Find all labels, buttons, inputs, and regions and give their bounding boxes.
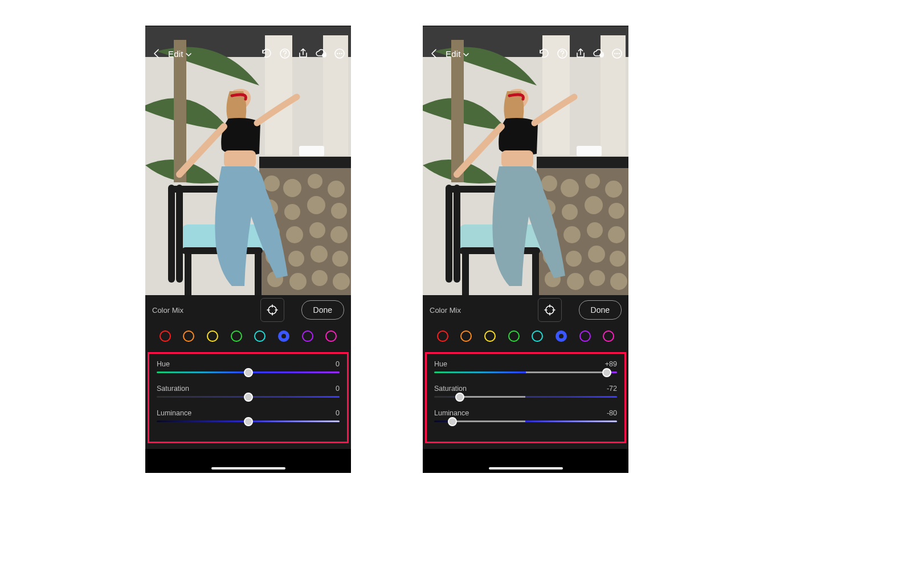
luminance-knob[interactable] [244, 417, 253, 426]
swatch-magenta[interactable] [325, 330, 337, 342]
swatch-aqua[interactable] [532, 330, 543, 342]
svg-point-11 [328, 181, 345, 198]
hue-knob[interactable] [244, 368, 253, 377]
more-icon[interactable] [333, 47, 346, 60]
saturation-knob[interactable] [455, 393, 464, 402]
photo-canvas[interactable] [423, 26, 628, 295]
svg-point-48 [561, 179, 579, 197]
swatch-blue[interactable] [556, 330, 567, 342]
svg-point-52 [562, 204, 578, 220]
edit-menu[interactable]: Edit [168, 49, 191, 59]
app-toolbar: Edit [145, 44, 351, 63]
hue-knob[interactable] [602, 368, 611, 377]
luminance-knob[interactable] [448, 417, 457, 426]
cloud-sync-icon[interactable] [314, 47, 328, 60]
svg-rect-6 [259, 157, 351, 168]
svg-point-8 [264, 175, 280, 191]
swatch-magenta[interactable] [603, 330, 614, 342]
svg-point-26 [312, 270, 328, 286]
app-toolbar: Edit [423, 44, 628, 63]
hue-value: +89 [605, 360, 617, 368]
share-icon[interactable] [296, 47, 310, 60]
photo-canvas[interactable] [145, 26, 351, 295]
undo-icon[interactable] [537, 47, 551, 60]
color-swatches [423, 325, 628, 350]
svg-point-66 [610, 273, 627, 290]
svg-rect-45 [537, 157, 628, 168]
swatch-red[interactable] [437, 330, 448, 342]
chevron-down-icon [186, 49, 191, 59]
share-icon[interactable] [574, 47, 587, 60]
swatch-green[interactable] [231, 330, 242, 342]
color-mix-header: Color Mix Done [145, 295, 351, 325]
swatch-purple[interactable] [579, 330, 591, 342]
luminance-label: Luminance [434, 409, 469, 417]
svg-point-14 [307, 196, 325, 214]
back-icon[interactable] [427, 47, 441, 60]
help-icon[interactable] [278, 47, 292, 60]
color-swatches [145, 325, 351, 350]
swatch-orange[interactable] [460, 330, 472, 342]
saturation-slider[interactable]: Saturation 0 [157, 385, 340, 398]
edit-menu-label: Edit [446, 49, 461, 59]
svg-point-49 [585, 174, 600, 189]
svg-point-15 [331, 203, 347, 219]
home-indicator[interactable] [489, 467, 563, 469]
svg-point-65 [589, 270, 605, 286]
svg-point-60 [566, 251, 582, 267]
saturation-label: Saturation [157, 385, 189, 393]
svg-point-50 [605, 181, 622, 198]
edit-menu[interactable]: Edit [446, 49, 469, 59]
help-icon[interactable] [556, 47, 569, 60]
swatch-yellow[interactable] [484, 330, 496, 342]
hue-slider[interactable]: Hue 0 [157, 360, 340, 373]
saturation-slider[interactable]: Saturation -72 [434, 385, 617, 398]
svg-point-47 [541, 175, 557, 191]
swatch-blue[interactable] [278, 330, 289, 342]
svg-point-13 [284, 204, 300, 220]
swatch-red[interactable] [160, 330, 171, 342]
done-button[interactable]: Done [301, 300, 344, 320]
swatch-yellow[interactable] [207, 330, 218, 342]
color-mix-label: Color Mix [430, 306, 461, 315]
back-icon[interactable] [150, 47, 164, 60]
svg-point-64 [567, 273, 584, 290]
luminance-value: 0 [336, 409, 340, 417]
undo-icon[interactable] [260, 47, 273, 60]
saturation-label: Saturation [434, 385, 467, 393]
more-icon[interactable] [610, 47, 624, 60]
swatch-orange[interactable] [183, 330, 194, 342]
svg-point-32 [284, 56, 285, 57]
svg-point-58 [608, 226, 625, 243]
svg-point-21 [288, 251, 304, 267]
luminance-slider[interactable]: Luminance 0 [157, 409, 340, 422]
cloud-sync-icon[interactable] [592, 47, 606, 60]
targeted-adjustment-button[interactable] [260, 298, 284, 322]
screen-left: 20:25 [145, 26, 351, 473]
svg-point-17 [286, 226, 303, 243]
done-button-label: Done [313, 305, 332, 315]
swatch-purple[interactable] [302, 330, 313, 342]
swatch-green[interactable] [508, 330, 520, 342]
targeted-adjustment-button[interactable] [538, 298, 562, 322]
done-button[interactable]: Done [579, 300, 622, 320]
svg-point-57 [587, 222, 603, 238]
svg-point-27 [333, 273, 350, 290]
svg-point-9 [283, 179, 301, 197]
hue-slider[interactable]: Hue +89 [434, 360, 617, 373]
hue-value: 0 [336, 360, 340, 368]
saturation-value: 0 [336, 385, 340, 393]
svg-point-62 [610, 251, 626, 267]
svg-point-71 [562, 56, 563, 57]
saturation-knob[interactable] [244, 393, 253, 402]
home-indicator[interactable] [211, 467, 285, 469]
svg-point-75 [616, 53, 618, 54]
svg-point-18 [309, 222, 325, 238]
hue-label: Hue [157, 360, 170, 368]
luminance-slider[interactable]: Luminance -80 [434, 409, 617, 422]
svg-point-25 [289, 273, 307, 290]
svg-point-61 [588, 246, 605, 263]
swatch-aqua[interactable] [254, 330, 266, 342]
chevron-down-icon [463, 49, 469, 59]
saturation-value: -72 [607, 385, 617, 393]
